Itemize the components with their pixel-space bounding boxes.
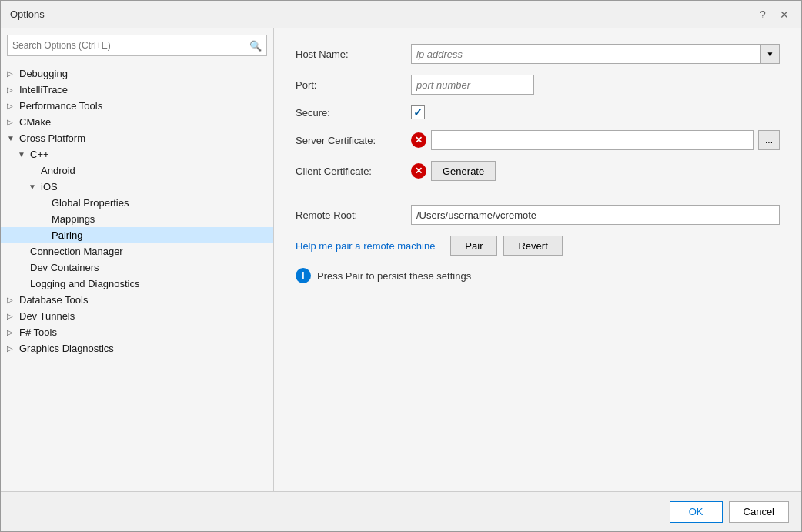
port-row: Port:: [296, 75, 780, 95]
pair-button[interactable]: Pair: [450, 236, 497, 256]
tree-view: ▷Debugging▷IntelliTrace▷Performance Tool…: [1, 62, 273, 491]
remote-root-label: Remote Root:: [296, 209, 411, 221]
remote-root-row: Remote Root:: [296, 205, 780, 225]
main-content: 🔍 ▷Debugging▷IntelliTrace▷Performance To…: [1, 28, 801, 491]
info-row: i Press Pair to persist these settings: [296, 268, 780, 283]
divider: [296, 192, 780, 192]
help-button[interactable]: ?: [755, 7, 770, 22]
left-panel: 🔍 ▷Debugging▷IntelliTrace▷Performance To…: [1, 28, 274, 491]
tree-label-debugging: Debugging: [19, 68, 68, 79]
tree-item-ios[interactable]: ▼iOS: [1, 179, 273, 195]
tree-label-dev-containers: Dev Containers: [30, 262, 99, 273]
search-input[interactable]: [12, 40, 249, 51]
tree-arrow-database-tools: ▷: [7, 296, 16, 304]
title-bar-buttons: ? ✕: [755, 7, 792, 22]
tree-item-connection-manager[interactable]: Connection Manager: [1, 243, 273, 259]
port-control: [411, 75, 780, 95]
tree-arrow-fsharp-tools: ▷: [7, 328, 16, 336]
remote-root-input[interactable]: [411, 205, 780, 225]
host-name-combo[interactable]: ▼: [411, 44, 780, 64]
tree-arrow-performance-tools: ▷: [7, 102, 16, 110]
secure-checkbox[interactable]: ✓: [411, 105, 425, 119]
checkmark-icon: ✓: [413, 106, 423, 119]
tree-label-mappings: Mappings: [52, 213, 95, 225]
ok-button[interactable]: OK: [670, 501, 723, 523]
search-icon: 🔍: [249, 40, 262, 52]
client-cert-label: Client Certificate:: [296, 166, 411, 177]
tree-arrow-cmake: ▷: [7, 118, 16, 126]
tree-item-cross-platform[interactable]: ▼Cross Platform: [1, 130, 273, 146]
tree-arrow-ios: ▼: [28, 182, 38, 191]
options-dialog: Options ? ✕ 🔍 ▷Debugging▷IntelliTrace▷Pe…: [0, 0, 802, 532]
tree-label-cross-platform: Cross Platform: [19, 132, 85, 144]
server-cert-label: Server Certificate:: [296, 135, 411, 146]
port-label: Port:: [296, 79, 411, 91]
revert-button[interactable]: Revert: [503, 236, 562, 256]
server-cert-row: Server Certificate: ✕ ...: [296, 130, 780, 150]
tree-item-pairing[interactable]: Pairing: [1, 227, 273, 243]
tree-label-cmake: CMake: [19, 116, 51, 128]
secure-control: ✓: [411, 105, 780, 119]
client-cert-control: ✕ Generate: [411, 161, 780, 181]
client-cert-error-icon: ✕: [411, 163, 426, 179]
tree-arrow-intellitrace: ▷: [7, 85, 16, 94]
tree-item-performance-tools[interactable]: ▷Performance Tools: [1, 98, 273, 114]
tree-item-android[interactable]: Android: [1, 162, 273, 179]
host-name-label: Host Name:: [296, 49, 411, 60]
cancel-button[interactable]: Cancel: [729, 501, 789, 523]
client-cert-row: Client Certificate: ✕ Generate: [296, 161, 780, 181]
tree-arrow-dev-tunnels: ▷: [7, 312, 16, 320]
host-name-row: Host Name: ▼: [296, 44, 780, 64]
title-bar: Options ? ✕: [1, 1, 801, 28]
dialog-title: Options: [10, 8, 755, 20]
combo-arrow-icon[interactable]: ▼: [760, 45, 779, 63]
port-input[interactable]: [411, 75, 534, 95]
server-cert-input[interactable]: [431, 130, 754, 150]
tree-arrow-cross-platform: ▼: [7, 134, 16, 142]
tree-item-cpp[interactable]: ▼C++: [1, 146, 273, 162]
tree-label-logging-diagnostics: Logging and Diagnostics: [30, 278, 139, 289]
tree-label-dev-tunnels: Dev Tunnels: [19, 310, 75, 322]
generate-button[interactable]: Generate: [431, 161, 496, 181]
tree-label-ios: iOS: [41, 181, 58, 192]
tree-arrow-graphics-diagnostics: ▷: [7, 344, 16, 353]
tree-item-dev-tunnels[interactable]: ▷Dev Tunnels: [1, 308, 273, 324]
tree-label-intellitrace: IntelliTrace: [19, 84, 68, 95]
tree-item-logging-diagnostics[interactable]: Logging and Diagnostics: [1, 276, 273, 292]
pair-revert-buttons: Pair Revert: [450, 236, 562, 256]
host-name-input[interactable]: [412, 49, 760, 60]
tree-label-android: Android: [41, 165, 75, 176]
tree-item-dev-containers[interactable]: Dev Containers: [1, 259, 273, 276]
info-message: Press Pair to persist these settings: [317, 270, 471, 282]
tree-item-fsharp-tools[interactable]: ▷F# Tools: [1, 324, 273, 340]
bottom-bar: OK Cancel: [1, 491, 801, 531]
tree-item-cmake[interactable]: ▷CMake: [1, 114, 273, 130]
server-cert-control: ✕ ...: [411, 130, 780, 150]
tree-item-debugging[interactable]: ▷Debugging: [1, 65, 273, 82]
tree-label-connection-manager: Connection Manager: [30, 246, 123, 257]
tree-label-global-properties: Global Properties: [52, 197, 129, 209]
server-cert-browse-button[interactable]: ...: [758, 130, 780, 150]
tree-item-intellitrace[interactable]: ▷IntelliTrace: [1, 82, 273, 98]
help-link[interactable]: Help me pair a remote machine: [296, 240, 435, 252]
link-row: Help me pair a remote machine Pair Rever…: [296, 236, 780, 256]
tree-label-pairing: Pairing: [52, 229, 82, 241]
right-panel: Host Name: ▼ Port: Secure: ✓: [274, 28, 801, 491]
tree-item-mappings[interactable]: Mappings: [1, 211, 273, 227]
tree-item-global-properties[interactable]: Global Properties: [1, 195, 273, 211]
tree-arrow-cpp: ▼: [18, 150, 27, 159]
tree-label-database-tools: Database Tools: [19, 294, 88, 306]
tree-item-database-tools[interactable]: ▷Database Tools: [1, 292, 273, 308]
tree-item-graphics-diagnostics[interactable]: ▷Graphics Diagnostics: [1, 340, 273, 356]
search-bar: 🔍: [7, 35, 267, 56]
server-cert-error-icon: ✕: [411, 132, 426, 148]
secure-label: Secure:: [296, 107, 411, 119]
info-icon: i: [296, 268, 311, 283]
tree-label-graphics-diagnostics: Graphics Diagnostics: [19, 343, 114, 354]
secure-row: Secure: ✓: [296, 105, 780, 119]
remote-root-control: [411, 205, 780, 225]
close-button[interactable]: ✕: [777, 7, 792, 22]
tree-arrow-debugging: ▷: [7, 69, 16, 78]
tree-label-fsharp-tools: F# Tools: [19, 326, 57, 338]
tree-label-cpp: C++: [30, 149, 49, 160]
